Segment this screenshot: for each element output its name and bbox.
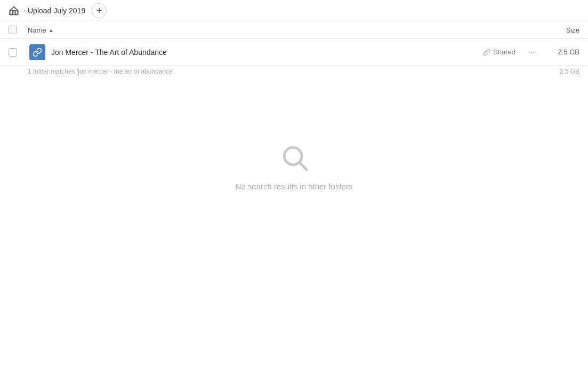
search-icon-svg — [279, 142, 309, 172]
more-options-button[interactable]: ··· — [524, 45, 539, 60]
breadcrumb-label: Upload July 2019 — [28, 6, 85, 15]
header-checkbox-col — [9, 26, 28, 34]
match-info-row: 1 folder matches 'jon mercer - the art o… — [0, 66, 588, 77]
select-all-checkbox[interactable] — [9, 26, 17, 34]
match-size: 2.5 GB — [547, 68, 579, 75]
column-headers: Name ▲ Size — [0, 21, 588, 39]
no-results-search-icon — [278, 141, 310, 173]
add-button[interactable]: + — [92, 3, 107, 18]
row-checkbox[interactable] — [9, 48, 17, 57]
file-name: Jon Mercer - The Art of Abundance — [51, 48, 483, 57]
match-text: 1 folder matches 'jon mercer - the art o… — [28, 68, 547, 75]
sort-arrow-icon: ▲ — [49, 27, 54, 33]
empty-state: No search results in other folders — [0, 77, 588, 223]
size-column-label: Size — [566, 26, 579, 34]
no-results-message: No search results in other folders — [235, 182, 352, 191]
more-options-icon: ··· — [528, 47, 535, 57]
file-size: 2.5 GB — [547, 48, 579, 56]
size-column-header[interactable]: Size — [537, 26, 579, 34]
home-button[interactable] — [9, 5, 19, 16]
breadcrumb-chevron: › — [23, 7, 26, 14]
table-row[interactable]: Jon Mercer - The Art of Abundance Shared… — [0, 39, 588, 66]
header: › Upload July 2019 + — [0, 0, 588, 21]
folder-svg — [33, 47, 42, 57]
home-icon — [9, 5, 19, 16]
row-checkbox-col — [9, 48, 28, 57]
name-column-label: Name — [28, 26, 46, 34]
svg-line-2 — [300, 163, 307, 170]
shared-badge: Shared — [483, 48, 515, 56]
name-column-header[interactable]: Name ▲ — [28, 26, 537, 34]
svg-rect-0 — [10, 11, 18, 15]
shared-label: Shared — [493, 48, 515, 56]
folder-icon — [29, 44, 45, 60]
folder-icon-wrap — [28, 44, 47, 60]
link-icon — [483, 49, 490, 56]
